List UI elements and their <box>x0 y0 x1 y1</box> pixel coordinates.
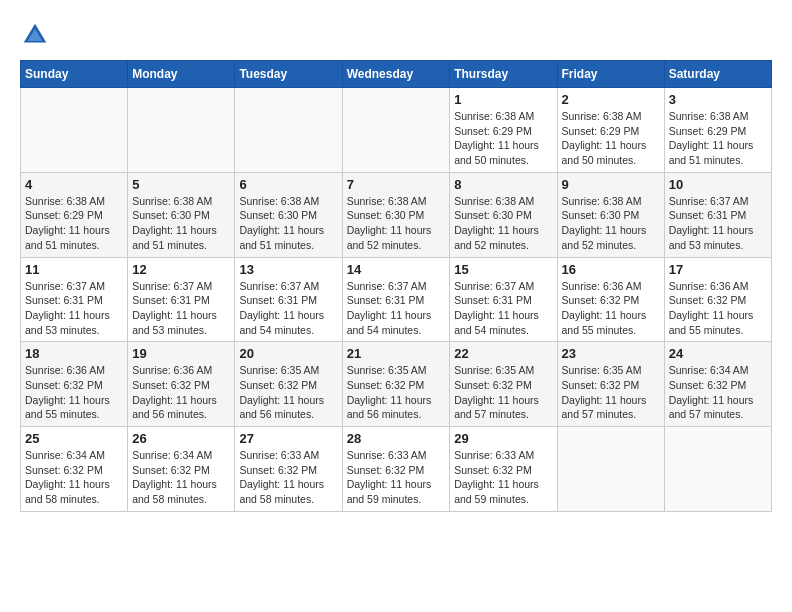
day-info: Sunrise: 6:37 AM Sunset: 6:31 PM Dayligh… <box>239 279 337 338</box>
day-info: Sunrise: 6:35 AM Sunset: 6:32 PM Dayligh… <box>347 363 446 422</box>
calendar-cell: 19Sunrise: 6:36 AM Sunset: 6:32 PM Dayli… <box>128 342 235 427</box>
calendar-week-row: 18Sunrise: 6:36 AM Sunset: 6:32 PM Dayli… <box>21 342 772 427</box>
logo <box>20 20 54 50</box>
day-info: Sunrise: 6:36 AM Sunset: 6:32 PM Dayligh… <box>25 363 123 422</box>
day-number: 24 <box>669 346 767 361</box>
day-info: Sunrise: 6:36 AM Sunset: 6:32 PM Dayligh… <box>562 279 660 338</box>
day-info: Sunrise: 6:33 AM Sunset: 6:32 PM Dayligh… <box>239 448 337 507</box>
day-info: Sunrise: 6:38 AM Sunset: 6:30 PM Dayligh… <box>454 194 552 253</box>
day-number: 15 <box>454 262 552 277</box>
calendar-cell <box>557 427 664 512</box>
calendar-cell: 6Sunrise: 6:38 AM Sunset: 6:30 PM Daylig… <box>235 172 342 257</box>
day-info: Sunrise: 6:33 AM Sunset: 6:32 PM Dayligh… <box>454 448 552 507</box>
day-number: 5 <box>132 177 230 192</box>
day-number: 10 <box>669 177 767 192</box>
page-header <box>20 20 772 50</box>
day-info: Sunrise: 6:37 AM Sunset: 6:31 PM Dayligh… <box>132 279 230 338</box>
day-number: 25 <box>25 431 123 446</box>
day-number: 21 <box>347 346 446 361</box>
day-info: Sunrise: 6:35 AM Sunset: 6:32 PM Dayligh… <box>454 363 552 422</box>
calendar-header-row: SundayMondayTuesdayWednesdayThursdayFrid… <box>21 61 772 88</box>
calendar-cell: 7Sunrise: 6:38 AM Sunset: 6:30 PM Daylig… <box>342 172 450 257</box>
calendar-cell: 22Sunrise: 6:35 AM Sunset: 6:32 PM Dayli… <box>450 342 557 427</box>
day-number: 16 <box>562 262 660 277</box>
calendar-cell <box>21 88 128 173</box>
calendar-cell: 25Sunrise: 6:34 AM Sunset: 6:32 PM Dayli… <box>21 427 128 512</box>
day-info: Sunrise: 6:37 AM Sunset: 6:31 PM Dayligh… <box>669 194 767 253</box>
day-number: 28 <box>347 431 446 446</box>
day-info: Sunrise: 6:34 AM Sunset: 6:32 PM Dayligh… <box>669 363 767 422</box>
day-number: 29 <box>454 431 552 446</box>
calendar-week-row: 1Sunrise: 6:38 AM Sunset: 6:29 PM Daylig… <box>21 88 772 173</box>
calendar-cell: 29Sunrise: 6:33 AM Sunset: 6:32 PM Dayli… <box>450 427 557 512</box>
calendar-day-header: Tuesday <box>235 61 342 88</box>
calendar-cell: 17Sunrise: 6:36 AM Sunset: 6:32 PM Dayli… <box>664 257 771 342</box>
calendar-cell: 24Sunrise: 6:34 AM Sunset: 6:32 PM Dayli… <box>664 342 771 427</box>
day-number: 12 <box>132 262 230 277</box>
calendar-cell: 14Sunrise: 6:37 AM Sunset: 6:31 PM Dayli… <box>342 257 450 342</box>
calendar-cell: 5Sunrise: 6:38 AM Sunset: 6:30 PM Daylig… <box>128 172 235 257</box>
calendar-cell: 1Sunrise: 6:38 AM Sunset: 6:29 PM Daylig… <box>450 88 557 173</box>
day-number: 3 <box>669 92 767 107</box>
day-info: Sunrise: 6:38 AM Sunset: 6:30 PM Dayligh… <box>562 194 660 253</box>
day-number: 27 <box>239 431 337 446</box>
day-number: 23 <box>562 346 660 361</box>
day-info: Sunrise: 6:36 AM Sunset: 6:32 PM Dayligh… <box>132 363 230 422</box>
day-number: 6 <box>239 177 337 192</box>
day-info: Sunrise: 6:38 AM Sunset: 6:29 PM Dayligh… <box>669 109 767 168</box>
calendar-cell: 11Sunrise: 6:37 AM Sunset: 6:31 PM Dayli… <box>21 257 128 342</box>
calendar-week-row: 11Sunrise: 6:37 AM Sunset: 6:31 PM Dayli… <box>21 257 772 342</box>
day-info: Sunrise: 6:38 AM Sunset: 6:30 PM Dayligh… <box>132 194 230 253</box>
day-number: 2 <box>562 92 660 107</box>
calendar-cell: 28Sunrise: 6:33 AM Sunset: 6:32 PM Dayli… <box>342 427 450 512</box>
day-number: 11 <box>25 262 123 277</box>
logo-icon <box>20 20 50 50</box>
calendar-cell: 4Sunrise: 6:38 AM Sunset: 6:29 PM Daylig… <box>21 172 128 257</box>
calendar-cell: 23Sunrise: 6:35 AM Sunset: 6:32 PM Dayli… <box>557 342 664 427</box>
day-info: Sunrise: 6:37 AM Sunset: 6:31 PM Dayligh… <box>25 279 123 338</box>
day-number: 9 <box>562 177 660 192</box>
day-info: Sunrise: 6:36 AM Sunset: 6:32 PM Dayligh… <box>669 279 767 338</box>
day-info: Sunrise: 6:38 AM Sunset: 6:29 PM Dayligh… <box>562 109 660 168</box>
day-info: Sunrise: 6:38 AM Sunset: 6:29 PM Dayligh… <box>25 194 123 253</box>
calendar-table: SundayMondayTuesdayWednesdayThursdayFrid… <box>20 60 772 512</box>
calendar-cell: 9Sunrise: 6:38 AM Sunset: 6:30 PM Daylig… <box>557 172 664 257</box>
day-info: Sunrise: 6:33 AM Sunset: 6:32 PM Dayligh… <box>347 448 446 507</box>
calendar-cell: 26Sunrise: 6:34 AM Sunset: 6:32 PM Dayli… <box>128 427 235 512</box>
day-number: 14 <box>347 262 446 277</box>
day-info: Sunrise: 6:38 AM Sunset: 6:30 PM Dayligh… <box>347 194 446 253</box>
calendar-cell: 18Sunrise: 6:36 AM Sunset: 6:32 PM Dayli… <box>21 342 128 427</box>
calendar-day-header: Thursday <box>450 61 557 88</box>
day-number: 19 <box>132 346 230 361</box>
calendar-cell: 12Sunrise: 6:37 AM Sunset: 6:31 PM Dayli… <box>128 257 235 342</box>
day-info: Sunrise: 6:37 AM Sunset: 6:31 PM Dayligh… <box>347 279 446 338</box>
calendar-cell: 3Sunrise: 6:38 AM Sunset: 6:29 PM Daylig… <box>664 88 771 173</box>
day-number: 22 <box>454 346 552 361</box>
calendar-cell: 20Sunrise: 6:35 AM Sunset: 6:32 PM Dayli… <box>235 342 342 427</box>
calendar-cell <box>664 427 771 512</box>
day-info: Sunrise: 6:35 AM Sunset: 6:32 PM Dayligh… <box>562 363 660 422</box>
day-number: 17 <box>669 262 767 277</box>
calendar-cell: 27Sunrise: 6:33 AM Sunset: 6:32 PM Dayli… <box>235 427 342 512</box>
day-number: 4 <box>25 177 123 192</box>
day-number: 26 <box>132 431 230 446</box>
day-number: 7 <box>347 177 446 192</box>
calendar-cell: 21Sunrise: 6:35 AM Sunset: 6:32 PM Dayli… <box>342 342 450 427</box>
calendar-day-header: Saturday <box>664 61 771 88</box>
day-number: 1 <box>454 92 552 107</box>
calendar-cell: 8Sunrise: 6:38 AM Sunset: 6:30 PM Daylig… <box>450 172 557 257</box>
calendar-cell: 16Sunrise: 6:36 AM Sunset: 6:32 PM Dayli… <box>557 257 664 342</box>
calendar-cell: 10Sunrise: 6:37 AM Sunset: 6:31 PM Dayli… <box>664 172 771 257</box>
day-info: Sunrise: 6:34 AM Sunset: 6:32 PM Dayligh… <box>132 448 230 507</box>
day-info: Sunrise: 6:38 AM Sunset: 6:30 PM Dayligh… <box>239 194 337 253</box>
calendar-cell <box>235 88 342 173</box>
calendar-cell: 13Sunrise: 6:37 AM Sunset: 6:31 PM Dayli… <box>235 257 342 342</box>
day-number: 13 <box>239 262 337 277</box>
day-info: Sunrise: 6:37 AM Sunset: 6:31 PM Dayligh… <box>454 279 552 338</box>
calendar-cell: 15Sunrise: 6:37 AM Sunset: 6:31 PM Dayli… <box>450 257 557 342</box>
calendar-day-header: Monday <box>128 61 235 88</box>
day-number: 18 <box>25 346 123 361</box>
day-number: 20 <box>239 346 337 361</box>
day-info: Sunrise: 6:34 AM Sunset: 6:32 PM Dayligh… <box>25 448 123 507</box>
calendar-cell <box>342 88 450 173</box>
